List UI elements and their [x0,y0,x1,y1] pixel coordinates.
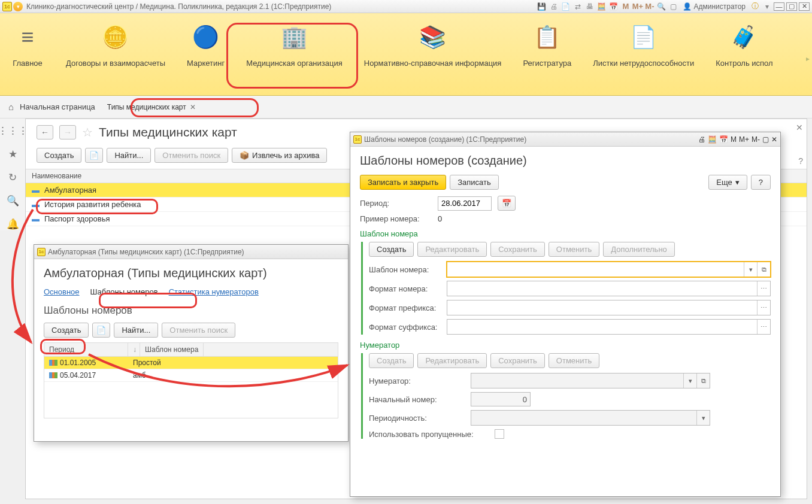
m-minus-icon[interactable]: M- [644,1,655,11]
field-suffix-label: Формат суффикса: [369,323,441,332]
favorite-icon[interactable]: ☆ [82,125,93,139]
minimize-button[interactable]: — [774,2,784,11]
calendar-picker-button[interactable]: 📅 [498,196,516,211]
help-button[interactable]: ? [751,175,771,190]
toolbar-item-control[interactable]: 🧳 Контроль испол [705,20,783,69]
zoom-icon[interactable]: 🔍 [656,1,666,11]
print2-icon[interactable]: 🖶 [584,1,595,11]
num-create-button[interactable]: Создать [369,353,414,368]
extract-button[interactable]: 📦Извлечь из архива [232,148,327,163]
dropdown-icon[interactable]: ▾ [683,374,696,388]
app-menu-dropdown-icon[interactable]: ▾ [13,2,23,11]
prefix-input[interactable]: ⋯ [447,300,771,315]
save-button[interactable]: Записать [450,175,499,190]
expand-icon[interactable]: ⧉ [696,374,710,388]
sw-calc-icon[interactable]: 🧮 [708,135,717,144]
m-icon[interactable]: M [620,1,631,11]
history-icon[interactable]: ↻ [8,171,17,184]
toolbar-item-contracts[interactable]: 🪙 Договоры и взаиморасчеты [55,20,176,69]
dropdown-icon[interactable]: ▾ [744,262,757,277]
suffix-input[interactable]: ⋯ [447,319,771,335]
save-icon[interactable]: 💾 [537,1,547,11]
find-button[interactable]: Найти... [107,148,151,163]
dropdown-icon[interactable]: ▾ [762,1,772,11]
sw-calendar-icon[interactable]: 📅 [719,135,728,144]
home-icon[interactable]: ⌂ [8,102,14,112]
toolbar-item-med-org[interactable]: 🏢 Медицинская организация [235,20,353,69]
calendar-icon[interactable]: 📅 [608,1,619,11]
sw-maximize-button[interactable]: ▢ [762,135,769,144]
tab-templates[interactable]: Шаблоны номеров [90,287,158,296]
sort-icon[interactable]: ↓ [128,343,140,356]
num-save-button[interactable]: Сохранить [490,353,545,368]
overflow-icon[interactable]: ▸ [806,54,810,63]
save-close-button[interactable]: Записать и закрыть [360,175,446,190]
sub-cancel-search-button[interactable]: Отменить поиск [162,323,235,338]
compare-icon[interactable]: ⇄ [572,1,583,11]
sw-close-button[interactable]: ✕ [771,135,777,144]
sw-mplus-icon[interactable]: M+ [739,135,749,144]
ellipsis-icon[interactable]: ⋯ [757,281,770,296]
numerator-input[interactable]: ▾⧉ [471,373,710,388]
cancel-search-button[interactable]: Отменить поиск [154,148,228,163]
table-row[interactable]: 05.04.2017 амб [44,369,338,382]
table-row[interactable]: 01.01.2005 Простой [44,357,338,369]
toolbar-item-marketing[interactable]: 🔵 Маркетинг [176,20,235,69]
sw-m-icon[interactable]: M [731,135,737,144]
tab-close-icon[interactable]: ✕ [190,103,196,111]
subwindow-heading: Амбулаторная (Типы медицинских карт) [44,266,338,280]
toolbar-item-main[interactable]: ≡ Главное [0,20,55,69]
panel-close-icon[interactable]: ✕ [796,123,803,132]
sub-create-button[interactable]: Создать [44,323,89,338]
use-skipped-checkbox[interactable] [495,429,504,439]
toolbar-item-reference[interactable]: 📚 Нормативно-справочная информация [353,20,513,69]
sub-find-button[interactable]: Найти... [114,323,158,338]
tpl-save-button[interactable]: Сохранить [490,242,545,257]
col-period[interactable]: Период [44,343,128,356]
nav-forward-button[interactable]: → [59,125,76,139]
tpl-create-button[interactable]: Создать [369,242,414,257]
nav-back-button[interactable]: ← [37,125,53,139]
breadcrumb-tab[interactable]: Типы медицинских карт ✕ [101,101,202,114]
tpl-cancel-button[interactable]: Отменить [549,242,599,257]
tab-stats[interactable]: Статистика нумераторов [169,287,259,296]
toolbar-item-registry[interactable]: 📋 Регистратура [512,20,582,69]
tpl-edit-button[interactable]: Редактировать [417,242,487,257]
sw-mminus-icon[interactable]: M- [752,135,760,144]
close-button[interactable]: ✕ [799,2,810,11]
sw-print-icon[interactable]: 🖨 [698,135,705,144]
tpl-extra-button[interactable]: Дополнительно [603,242,675,257]
maximize-button[interactable]: ▢ [786,2,797,11]
example-value: 0 [438,214,442,223]
template-input[interactable]: ▾ ⧉ [447,262,771,277]
ellipsis-icon[interactable]: ⋯ [757,300,770,315]
numformat-input[interactable]: ⋯ [447,281,771,296]
dropdown-icon[interactable]: ▾ [696,411,710,425]
toolbar-item-sickleave[interactable]: 📄 Листки нетрудоспособности [582,20,705,69]
more-button[interactable]: Еще ▾ [708,175,747,190]
info-icon[interactable]: ⓘ [750,1,760,11]
periodicity-input[interactable]: ▾ [471,410,710,426]
num-cancel-button[interactable]: Отменить [549,353,599,368]
tab-main[interactable]: Основное [44,287,80,296]
grid-icon[interactable]: ⋮⋮⋮ [0,125,28,137]
panel-help-icon[interactable]: ? [798,156,803,166]
create-button[interactable]: Создать [37,148,81,163]
user-badge[interactable]: 👤 Администратор [680,2,748,11]
search-icon[interactable]: 🔍 [7,195,19,207]
star-icon[interactable]: ★ [8,148,17,160]
breadcrumb-home[interactable]: Начальная страница [20,102,95,111]
sub-create-copy-button[interactable]: 📄 [92,323,110,338]
calc-icon[interactable]: 🧮 [596,1,607,11]
doc-icon[interactable]: 📄 [560,1,571,11]
ellipsis-icon[interactable]: ⋯ [757,320,770,334]
create-copy-button[interactable]: 📄 [85,148,103,163]
col-template[interactable]: Шаблон номера [140,343,204,356]
bell-icon[interactable]: 🔔 [7,218,19,230]
window-icon[interactable]: ▢ [668,1,678,11]
expand-icon[interactable]: ⧉ [757,262,770,277]
print-icon[interactable]: 🖨 [549,1,559,11]
num-edit-button[interactable]: Редактировать [417,353,487,368]
period-input[interactable] [438,196,492,211]
m-plus-icon[interactable]: M+ [632,1,643,11]
